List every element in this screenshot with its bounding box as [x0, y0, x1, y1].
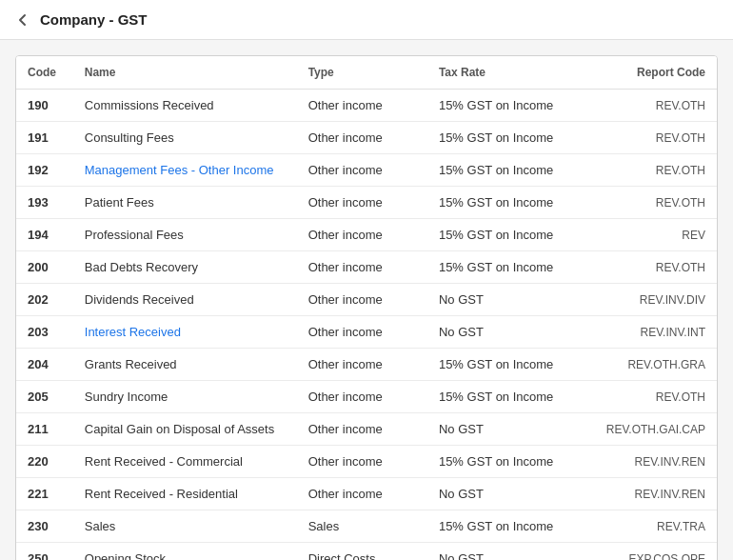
back-arrow-icon	[15, 12, 30, 28]
cell-name: Sales	[73, 510, 297, 543]
col-header-taxrate: Tax Rate	[427, 56, 595, 90]
cell-code: 230	[16, 510, 73, 543]
cell-reportcode: REV.OTH.GAI.CAP	[595, 413, 717, 446]
cell-name[interactable]: Interest Received	[73, 316, 297, 349]
table-row: 191Consulting FeesOther income15% GST on…	[16, 122, 717, 154]
cell-name: Consulting Fees	[73, 122, 297, 154]
main-content: Code Name Type Tax Rate Report Code 190C…	[0, 40, 733, 560]
col-header-name: Name	[73, 56, 297, 90]
cell-taxrate: 15% GST on Income	[427, 219, 595, 251]
cell-name: Dividends Received	[73, 284, 297, 316]
cell-code: 190	[16, 90, 73, 122]
cell-type: Other income	[297, 219, 427, 251]
cell-code: 192	[16, 154, 73, 187]
account-name-link[interactable]: Management Fees - Other Income	[85, 163, 274, 177]
cell-taxrate: No GST	[427, 478, 595, 510]
table-row: 211Capital Gain on Disposal of AssetsOth…	[16, 413, 717, 446]
account-name-link[interactable]: Interest Received	[85, 325, 181, 339]
cell-code: 205	[16, 381, 73, 413]
cell-taxrate: 15% GST on Income	[427, 446, 595, 478]
cell-name: Sundry Income	[73, 381, 297, 413]
cell-name: Grants Received	[73, 349, 297, 381]
data-table-container: Code Name Type Tax Rate Report Code 190C…	[15, 55, 718, 560]
cell-type: Other income	[297, 284, 427, 316]
cell-taxrate: No GST	[427, 413, 595, 446]
cell-name: Capital Gain on Disposal of Assets	[73, 413, 297, 446]
cell-taxrate: 15% GST on Income	[427, 122, 595, 154]
cell-reportcode: REV.INV.REN	[595, 446, 717, 478]
cell-reportcode: REV.OTH	[595, 381, 717, 413]
cell-name: Patient Fees	[73, 187, 297, 219]
table-row: 202Dividends ReceivedOther incomeNo GSTR…	[16, 284, 717, 316]
table-row: 204Grants ReceivedOther income15% GST on…	[16, 349, 717, 381]
table-row: 250Opening StockDirect CostsNo GSTEXP.CO…	[16, 543, 717, 561]
cell-code: 203	[16, 316, 73, 349]
cell-taxrate: No GST	[427, 316, 595, 349]
table-row: 220Rent Received - CommercialOther incom…	[16, 446, 717, 478]
page-title: Company - GST	[40, 11, 148, 28]
cell-name[interactable]: Management Fees - Other Income	[73, 154, 297, 187]
cell-type: Other income	[297, 187, 427, 219]
cell-reportcode: REV.TRA	[595, 510, 717, 543]
cell-reportcode: REV.OTH	[595, 154, 717, 187]
cell-reportcode: REV.INV.REN	[595, 478, 717, 510]
accounts-table: Code Name Type Tax Rate Report Code 190C…	[16, 56, 717, 560]
cell-type: Other income	[297, 122, 427, 154]
cell-taxrate: 15% GST on Income	[427, 510, 595, 543]
table-row: 221Rent Received - ResidentialOther inco…	[16, 478, 717, 510]
cell-code: 191	[16, 122, 73, 154]
cell-type: Sales	[297, 510, 427, 543]
back-button[interactable]	[15, 12, 30, 28]
cell-name: Bad Debts Recovery	[73, 251, 297, 284]
page-header: Company - GST	[0, 0, 733, 40]
cell-reportcode: REV.OTH	[595, 90, 717, 122]
table-row: 190Commissions ReceivedOther income15% G…	[16, 90, 717, 122]
cell-type: Other income	[297, 154, 427, 187]
cell-type: Other income	[297, 446, 427, 478]
cell-reportcode: REV.OTH.GRA	[595, 349, 717, 381]
cell-taxrate: 15% GST on Income	[427, 90, 595, 122]
cell-type: Other income	[297, 316, 427, 349]
cell-code: 250	[16, 543, 73, 561]
cell-name: Rent Received - Commercial	[73, 446, 297, 478]
table-row: 230SalesSales15% GST on IncomeREV.TRA	[16, 510, 717, 543]
cell-reportcode: REV	[595, 219, 717, 251]
table-row: 194Professional FeesOther income15% GST …	[16, 219, 717, 251]
cell-code: 193	[16, 187, 73, 219]
cell-reportcode: EXP.COS.OPE	[595, 543, 717, 561]
cell-name: Commissions Received	[73, 90, 297, 122]
cell-code: 202	[16, 284, 73, 316]
table-row: 203Interest ReceivedOther incomeNo GSTRE…	[16, 316, 717, 349]
table-row: 200Bad Debts RecoveryOther income15% GST…	[16, 251, 717, 284]
cell-reportcode: REV.OTH	[595, 122, 717, 154]
cell-type: Other income	[297, 251, 427, 284]
cell-reportcode: REV.OTH	[595, 251, 717, 284]
cell-code: 211	[16, 413, 73, 446]
col-header-reportcode: Report Code	[595, 56, 717, 90]
cell-reportcode: REV.OTH	[595, 187, 717, 219]
cell-taxrate: 15% GST on Income	[427, 187, 595, 219]
cell-code: 204	[16, 349, 73, 381]
col-header-code: Code	[16, 56, 73, 90]
cell-reportcode: REV.INV.DIV	[595, 284, 717, 316]
cell-taxrate: 15% GST on Income	[427, 349, 595, 381]
cell-type: Other income	[297, 349, 427, 381]
cell-type: Other income	[297, 90, 427, 122]
cell-type: Direct Costs	[297, 543, 427, 561]
col-header-type: Type	[297, 56, 427, 90]
cell-reportcode: REV.INV.INT	[595, 316, 717, 349]
cell-code: 220	[16, 446, 73, 478]
table-row: 193Patient FeesOther income15% GST on In…	[16, 187, 717, 219]
table-row: 192Management Fees - Other IncomeOther i…	[16, 154, 717, 187]
cell-taxrate: 15% GST on Income	[427, 251, 595, 284]
cell-type: Other income	[297, 478, 427, 510]
cell-name: Rent Received - Residential	[73, 478, 297, 510]
cell-type: Other income	[297, 413, 427, 446]
cell-taxrate: No GST	[427, 284, 595, 316]
cell-name: Opening Stock	[73, 543, 297, 561]
cell-taxrate: No GST	[427, 543, 595, 561]
cell-name: Professional Fees	[73, 219, 297, 251]
cell-code: 200	[16, 251, 73, 284]
table-header-row: Code Name Type Tax Rate Report Code	[16, 56, 717, 90]
cell-type: Other income	[297, 381, 427, 413]
